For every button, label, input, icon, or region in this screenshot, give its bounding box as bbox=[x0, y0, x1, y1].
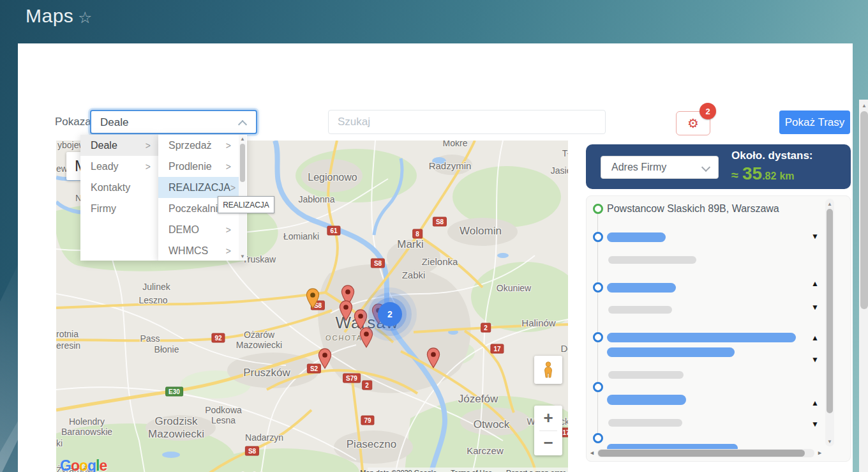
redacted-link[interactable] bbox=[607, 232, 666, 242]
scroll-down-icon[interactable]: ▼ bbox=[239, 252, 246, 260]
redacted-link[interactable] bbox=[607, 283, 676, 293]
menu-item-prodlenie[interactable]: Prodlenie> bbox=[158, 156, 239, 177]
list-vertical-scrollbar-thumb[interactable] bbox=[827, 209, 833, 413]
menu-item-firmy[interactable]: Firmy bbox=[80, 198, 158, 219]
move-down-button[interactable]: ▼ bbox=[811, 303, 819, 311]
menu-scrollbar-thumb[interactable] bbox=[240, 144, 245, 182]
submenu-arrow-icon: > bbox=[226, 162, 231, 172]
pegman-icon bbox=[541, 362, 555, 378]
map-cluster-marker[interactable]: 2 bbox=[378, 302, 402, 326]
filter-dropdown[interactable]: Deale bbox=[90, 110, 257, 134]
report-map-error-link[interactable]: Report a map error bbox=[506, 469, 565, 472]
chevron-down-icon bbox=[701, 163, 710, 172]
map-town-label: Truskaw bbox=[243, 254, 276, 264]
menu-item-whmcs[interactable]: WHMCS> bbox=[158, 240, 239, 261]
cluster-count: 2 bbox=[387, 309, 393, 319]
search-input[interactable] bbox=[328, 110, 606, 134]
map-town-label: Julinek bbox=[142, 282, 170, 292]
distance-label: Około. dystans: bbox=[731, 149, 813, 162]
page-scrollbar[interactable]: ▲ ▼ bbox=[859, 100, 868, 472]
zoom-out-button[interactable]: − bbox=[534, 431, 562, 456]
road-badge: 2 bbox=[481, 323, 491, 333]
content-panel: MokreRadzyminT-JasienLegionowoJabłonnaŁo… bbox=[18, 43, 853, 472]
distance-panel: Adres Firmy Około. dystans: ≈ 35 .82 km bbox=[586, 144, 851, 189]
list-horizontal-scrollbar[interactable]: ◄ ► bbox=[589, 448, 823, 458]
street-view-button[interactable] bbox=[534, 356, 562, 384]
company-address-select[interactable]: Adres Firmy bbox=[601, 156, 719, 179]
road-badge: 2 bbox=[362, 381, 372, 390]
scroll-up-icon[interactable]: ▲ bbox=[860, 102, 868, 109]
redacted-link[interactable] bbox=[607, 333, 796, 342]
show-routes-button[interactable]: Pokaż Trasy bbox=[779, 110, 850, 134]
map-town-label: Okuniew bbox=[497, 283, 531, 293]
map-data-attribution: Map data ©2020 Google bbox=[360, 469, 437, 472]
map-town-label: Holendry Baranowskie bbox=[61, 416, 112, 437]
scroll-down-icon[interactable]: ▼ bbox=[826, 438, 834, 445]
approx-symbol: ≈ bbox=[731, 168, 738, 183]
road-badge: 61 bbox=[327, 226, 340, 236]
menu-item-label: WHMCS bbox=[168, 245, 208, 257]
map-zoom-control: + − bbox=[534, 406, 562, 455]
menu-item-realizacja[interactable]: REALIZACJA> bbox=[158, 177, 239, 198]
chevron-up-icon bbox=[238, 120, 247, 129]
road-badge: S8 bbox=[371, 259, 385, 268]
redacted-subtext bbox=[608, 419, 682, 427]
map-town-label: Łomianki bbox=[283, 231, 319, 241]
map-pin-orange[interactable] bbox=[306, 288, 320, 312]
page-scrollbar-thumb[interactable] bbox=[860, 111, 868, 309]
map-town-label: Grodzisk Mazowiecki bbox=[148, 415, 204, 440]
map-town-label: Mokre bbox=[443, 141, 468, 148]
map-town-label: Zabki bbox=[402, 270, 426, 280]
submenu-arrow-icon: > bbox=[226, 141, 231, 151]
map-pin-red[interactable] bbox=[318, 348, 332, 372]
route-stop-bullet bbox=[593, 433, 603, 443]
scroll-up-icon[interactable]: ▲ bbox=[239, 135, 246, 142]
scroll-up-icon[interactable]: ▲ bbox=[826, 200, 834, 208]
move-down-button[interactable]: ▼ bbox=[811, 232, 819, 240]
move-up-button[interactable]: ▲ bbox=[811, 280, 819, 287]
list-vertical-scrollbar[interactable]: ▲ ▼ bbox=[825, 199, 834, 446]
menu-item-leady[interactable]: Leady> bbox=[80, 156, 158, 177]
move-up-button[interactable]: ▲ bbox=[811, 334, 819, 342]
map-town-label: Leszno bbox=[138, 295, 167, 305]
map-town-label: Piaseczno bbox=[347, 438, 396, 451]
menu-item-label: Sprzedaż bbox=[168, 140, 212, 151]
move-down-button[interactable]: ▼ bbox=[811, 420, 819, 428]
redacted-link[interactable] bbox=[607, 347, 735, 357]
menu-item-kontakty[interactable]: Kontakty bbox=[80, 177, 158, 198]
map-pin-red[interactable] bbox=[339, 300, 353, 324]
route-stop-bullet bbox=[593, 232, 603, 242]
map-pin-red[interactable] bbox=[426, 347, 440, 371]
google-logo[interactable]: Google bbox=[60, 457, 107, 472]
move-up-button[interactable]: ▲ bbox=[811, 399, 819, 407]
list-horizontal-scrollbar-thumb[interactable] bbox=[598, 450, 805, 457]
menu-item-demo[interactable]: DEMO> bbox=[158, 219, 239, 240]
map-town-label: rotnia bbox=[56, 329, 79, 339]
map-town-label: Ożarów Mazowiecki bbox=[236, 330, 282, 350]
move-down-button[interactable]: ▼ bbox=[811, 356, 819, 363]
map-town-label: Jasien bbox=[551, 165, 568, 176]
favorite-star-icon[interactable]: ☆ bbox=[78, 8, 92, 27]
map-attribution: Map data ©2020 GoogleTerms of UseReport … bbox=[368, 468, 568, 472]
road-badge: E30 bbox=[165, 387, 183, 397]
scroll-right-icon[interactable]: ► bbox=[817, 450, 823, 456]
filter-menu-level1: Deale>Leady>KontaktyFirmy bbox=[80, 135, 158, 261]
menu-item-sprzeda-[interactable]: Sprzedaż> bbox=[158, 135, 239, 156]
submenu-arrow-icon: > bbox=[146, 141, 151, 151]
route-origin-bullet bbox=[593, 204, 603, 214]
submenu-arrow-icon: > bbox=[226, 225, 231, 235]
distance-unit: km bbox=[779, 171, 794, 182]
distance-fraction: .82 bbox=[762, 171, 776, 182]
map-town-label: Otwock bbox=[474, 418, 510, 431]
menu-item-deale[interactable]: Deale> bbox=[80, 135, 158, 156]
terms-of-use-link[interactable]: Terms of Use bbox=[451, 469, 492, 472]
page-title: Maps bbox=[26, 5, 73, 27]
menu-item-label: Leady bbox=[91, 161, 119, 172]
menu-item-label: Prodlenie bbox=[168, 161, 212, 172]
menu-item-tooltip: REALIZACJA bbox=[218, 196, 274, 213]
map-pin-red[interactable] bbox=[359, 327, 373, 351]
zoom-in-button[interactable]: + bbox=[534, 406, 562, 430]
list-horizontal-scrollbar-track[interactable] bbox=[597, 449, 814, 457]
redacted-link[interactable] bbox=[607, 395, 686, 405]
scroll-left-icon[interactable]: ◄ bbox=[589, 450, 595, 456]
